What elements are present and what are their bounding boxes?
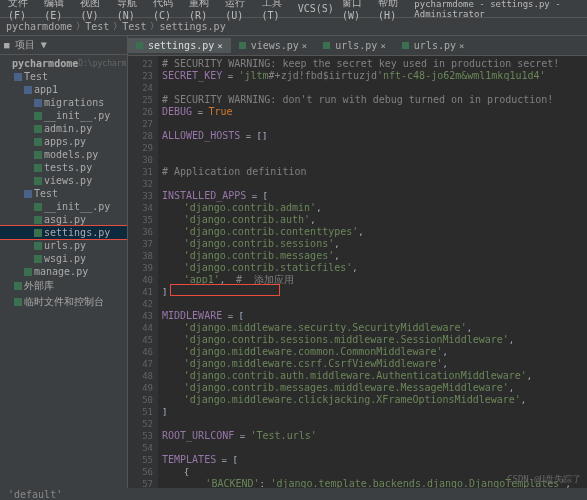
tab-urls[interactable]: urls.py × [315, 38, 394, 53]
tree-item[interactable]: settings.py [0, 226, 127, 239]
python-icon [402, 42, 409, 49]
menu-tools[interactable]: 工具(T) [258, 0, 294, 21]
project-sidebar: ■ 项目 ▼ pycharmdome D:\pycharmdomeTestapp… [0, 36, 128, 488]
tab-settings[interactable]: settings.py × [128, 38, 231, 53]
tree-item[interactable]: models.py [0, 148, 127, 161]
python-icon [34, 125, 42, 133]
menu-nav[interactable]: 导航(N) [113, 0, 149, 21]
folder-icon [34, 99, 42, 107]
python-icon [34, 229, 42, 237]
python-icon [34, 242, 42, 250]
tree-item[interactable]: Test [0, 70, 127, 83]
tree-item[interactable]: Test [0, 187, 127, 200]
python-icon [34, 203, 42, 211]
menu-view[interactable]: 视图(V) [76, 0, 112, 21]
tree-item[interactable]: views.py [0, 174, 127, 187]
tree-item[interactable]: app1 [0, 83, 127, 96]
python-icon [34, 151, 42, 159]
tree-item[interactable]: manage.py [0, 265, 127, 278]
tree-item[interactable]: 外部库 [0, 278, 127, 294]
tab-views[interactable]: views.py × [231, 38, 316, 53]
tree-root[interactable]: pycharmdome D:\pycharmdome [0, 57, 127, 70]
folder-icon [24, 86, 32, 94]
code-editor[interactable]: # SECURITY WARNING: keep the secret key … [158, 56, 587, 488]
python-icon [136, 42, 143, 49]
python-icon [239, 42, 246, 49]
folder-icon [14, 73, 22, 81]
python-icon [34, 164, 42, 172]
editor-area: settings.py × views.py × urls.py × urls.… [128, 36, 587, 488]
tree-item[interactable]: migrations [0, 96, 127, 109]
tree-item[interactable]: asgi.py [0, 213, 127, 226]
sidebar-header[interactable]: ■ 项目 ▼ [0, 36, 127, 55]
highlight-box [170, 284, 280, 296]
python-icon [323, 42, 330, 49]
project-tree: pycharmdome D:\pycharmdomeTestapp1migrat… [0, 55, 127, 312]
menu-code[interactable]: 代码(C) [149, 0, 185, 21]
bc-item[interactable]: Test [122, 21, 146, 32]
line-numbers: 22 23 24 25 26 27 28 29 30 31 32 33 34 3… [128, 56, 158, 488]
watermark: CSDN @U盘失踪了 [507, 473, 581, 486]
python-icon [34, 216, 42, 224]
tree-item[interactable]: wsgi.py [0, 252, 127, 265]
menu-file[interactable]: 文件(F) [4, 0, 40, 21]
tree-item[interactable]: __init__.py [0, 109, 127, 122]
tree-item[interactable]: admin.py [0, 122, 127, 135]
menu-help[interactable]: 帮助(H) [374, 0, 410, 21]
python-icon [14, 298, 22, 306]
footer-left: 'default' [8, 489, 62, 500]
menu-window[interactable]: 窗口(W) [338, 0, 374, 21]
window-title: pycharmdome - settings.py - Administrato… [410, 0, 583, 19]
menu-run[interactable]: 运行(U) [221, 0, 257, 21]
bc-item[interactable]: Test [85, 21, 109, 32]
menu-refactor[interactable]: 重构(R) [185, 0, 221, 21]
tree-item[interactable]: 临时文件和控制台 [0, 294, 127, 310]
tab-urls2[interactable]: urls.py × [394, 38, 473, 53]
tree-item[interactable]: apps.py [0, 135, 127, 148]
tree-item[interactable]: urls.py [0, 239, 127, 252]
menu-edit[interactable]: 编辑(E) [40, 0, 76, 21]
editor-tabs: settings.py × views.py × urls.py × urls.… [128, 36, 587, 56]
tree-item[interactable]: __init__.py [0, 200, 127, 213]
python-icon [14, 282, 22, 290]
python-icon [34, 138, 42, 146]
menu-vcs[interactable]: VCS(S) [294, 3, 338, 14]
bc-item[interactable]: pycharmdome [6, 21, 72, 32]
status-bar: 'default' [0, 488, 587, 500]
bc-item[interactable]: settings.py [159, 21, 225, 32]
tree-item[interactable]: tests.py [0, 161, 127, 174]
folder-icon [24, 190, 32, 198]
menu-bar: 文件(F) 编辑(E) 视图(V) 导航(N) 代码(C) 重构(R) 运行(U… [0, 0, 587, 18]
python-icon [34, 112, 42, 120]
python-icon [34, 177, 42, 185]
python-icon [24, 268, 32, 276]
python-icon [34, 255, 42, 263]
